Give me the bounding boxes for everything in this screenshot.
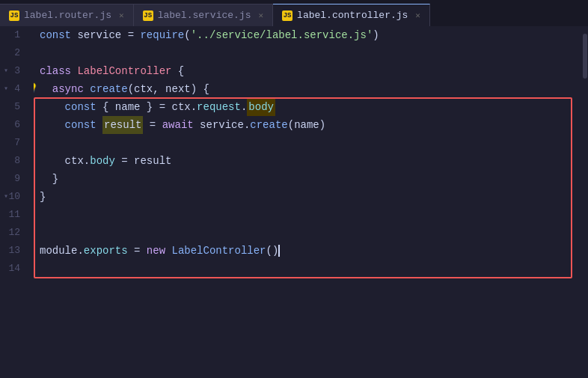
code-line-12 [40, 224, 588, 242]
tab-icon-service: JS [143, 10, 153, 21]
line-num-3: ▾ 3 [0, 62, 26, 80]
code-line-14 [40, 260, 588, 278]
lightbulb-icon[interactable]: 💡 [34, 80, 38, 98]
tab-icon-router: JS [9, 10, 19, 21]
fold-arrow-4[interactable]: ▾ [1, 80, 10, 98]
line-num-14: 14 [0, 260, 26, 278]
tab-controller[interactable]: JS label.controller.js ✕ [273, 4, 430, 26]
tab-close-service[interactable]: ✕ [258, 10, 263, 20]
line-num-5: 5 [0, 98, 26, 116]
scrollbar[interactable] [582, 26, 588, 378]
code-line-1: const service = require('../service/labe… [40, 26, 588, 44]
code-line-6: const result = await service.create(name… [40, 116, 588, 134]
tab-label-controller: label.controller.js [297, 10, 408, 21]
code-line-11 [40, 206, 588, 224]
line-num-11: 11 [0, 206, 26, 224]
tab-close-controller[interactable]: ✕ [415, 10, 420, 20]
code-line-13: module.exports = new LabelController() [40, 242, 588, 260]
code-line-7 [40, 134, 588, 152]
tab-close-router[interactable]: ✕ [119, 10, 124, 20]
code-line-9: } [40, 170, 588, 188]
editor: 1 2 ▾ 3 ▾ 4 5 6 7 8 9 ▾ 10 11 12 13 14 c… [0, 26, 588, 378]
line-num-12: 12 [0, 224, 26, 242]
line-num-4: ▾ 4 [0, 80, 26, 98]
fold-arrow-10[interactable]: ▾ [1, 188, 10, 206]
line-num-13: 13 [0, 242, 26, 260]
line-numbers: 1 2 ▾ 3 ▾ 4 5 6 7 8 9 ▾ 10 11 12 13 14 [0, 26, 34, 378]
code-line-10: } [40, 188, 588, 206]
line-num-9: 9 [0, 170, 26, 188]
scrollbar-thumb[interactable] [583, 34, 587, 79]
tab-label-router: label.router.js [24, 10, 111, 21]
line-num-7: 7 [0, 134, 26, 152]
fold-arrow-3[interactable]: ▾ [1, 62, 10, 80]
tab-icon-controller: JS [282, 10, 293, 21]
tab-bar: JS label.router.js ✕ JS label.service.js… [0, 0, 588, 26]
tab-label-service: label.service.js [158, 10, 251, 21]
code-line-4: 💡 async create(ctx, next) { [40, 80, 588, 98]
line-num-2: 2 [0, 44, 26, 62]
tab-router[interactable]: JS label.router.js ✕ [0, 4, 134, 26]
code-area[interactable]: const service = require('../service/labe… [34, 26, 588, 378]
line-num-8: 8 [0, 152, 26, 170]
line-num-6: 6 [0, 116, 26, 134]
line-num-1: 1 [0, 26, 26, 44]
code-line-2 [40, 44, 588, 62]
code-line-8: ctx.body = result [40, 152, 588, 170]
code-line-5: const { name } = ctx.request.body [40, 98, 588, 116]
tab-service[interactable]: JS label.service.js ✕ [134, 4, 273, 26]
code-line-3: class LabelController { [40, 62, 588, 80]
line-num-10: ▾ 10 [0, 188, 26, 206]
